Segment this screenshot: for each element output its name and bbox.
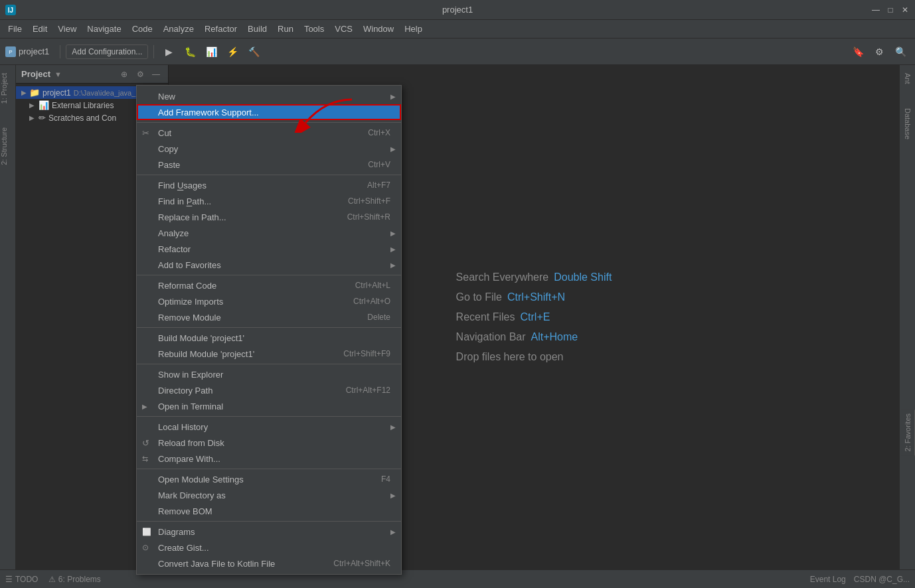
- cm-sep8: [137, 521, 401, 522]
- cm-shortcut-convert-java: Ctrl+Alt+Shift+K: [333, 559, 390, 568]
- cm-sep4: [137, 327, 401, 328]
- cm-item-new[interactable]: New ▶: [137, 88, 401, 104]
- cm-item-add-favorites[interactable]: Add to Favorites ▶: [137, 257, 401, 273]
- cm-item-show-explorer[interactable]: Show in Explorer: [137, 366, 401, 382]
- cm-item-reformat[interactable]: Reformat Code Ctrl+Alt+L: [137, 277, 401, 293]
- cm-item-reload[interactable]: ↺ Reload from Disk: [137, 435, 401, 451]
- cm-label-remove-bom: Remove BOM: [158, 506, 390, 516]
- cm-item-local-history[interactable]: Local History ▶: [137, 419, 401, 435]
- cm-item-find-in-path[interactable]: Find in Path... Ctrl+Shift+F: [137, 193, 401, 209]
- cm-sep5: [137, 364, 401, 364]
- cm-shortcut-find-in-path: Ctrl+Shift+F: [348, 196, 390, 206]
- cm-label-mark-directory: Mark Directory as: [158, 490, 390, 500]
- compare-icon: ⇆: [142, 455, 148, 463]
- cm-sep2: [137, 175, 401, 175]
- cm-label-local-history: Local History: [158, 422, 390, 432]
- cm-arrow-new: ▶: [390, 93, 396, 100]
- context-menu-overlay: New ▶ Add Framework Support... ✂ Cut Ctr…: [0, 0, 915, 588]
- cm-shortcut-cut: Ctrl+X: [368, 128, 390, 137]
- cm-sep1: [137, 122, 401, 123]
- cm-item-directory-path[interactable]: Directory Path Ctrl+Alt+F12: [137, 382, 401, 398]
- cm-label-add-favorites: Add to Favorites: [158, 260, 390, 270]
- cm-shortcut-paste: Ctrl+V: [368, 160, 390, 169]
- cm-shortcut-directory-path: Ctrl+Alt+F12: [346, 386, 390, 395]
- cm-item-replace-in-path[interactable]: Replace in Path... Ctrl+Shift+R: [137, 209, 401, 225]
- diagrams-icon: ⬜: [142, 528, 151, 536]
- cm-item-rebuild-module[interactable]: Rebuild Module 'project1' Ctrl+Shift+F9: [137, 346, 401, 362]
- cm-item-remove-module[interactable]: Remove Module Delete: [137, 309, 401, 325]
- cm-item-open-terminal[interactable]: ▶ Open in Terminal: [137, 398, 401, 414]
- cm-item-add-framework[interactable]: Add Framework Support...: [137, 104, 401, 120]
- cm-label-analyze: Analyze: [158, 228, 390, 238]
- cm-item-analyze[interactable]: Analyze ▶: [137, 225, 401, 241]
- cm-arrow-analyze: ▶: [390, 230, 396, 237]
- cm-label-copy: Copy: [158, 144, 390, 154]
- cm-sep6: [137, 416, 401, 417]
- cm-arrow-copy: ▶: [390, 145, 396, 153]
- cm-label-module-settings: Open Module Settings: [158, 475, 371, 484]
- cm-label-show-explorer: Show in Explorer: [158, 370, 390, 380]
- cm-shortcut-rebuild-module: Ctrl+Shift+F9: [343, 349, 390, 358]
- cm-item-remove-bom[interactable]: Remove BOM: [137, 503, 401, 519]
- cm-label-replace-in-path: Replace in Path...: [158, 212, 337, 222]
- terminal-icon: ▶: [142, 403, 147, 410]
- cm-item-optimize-imports[interactable]: Optimize Imports Ctrl+Alt+O: [137, 293, 401, 309]
- context-menu: New ▶ Add Framework Support... ✂ Cut Ctr…: [136, 85, 402, 575]
- cm-arrow-add-favorites: ▶: [390, 261, 396, 269]
- cm-label-optimize-imports: Optimize Imports: [158, 297, 343, 307]
- cm-item-diagrams[interactable]: ⬜ Diagrams ▶: [137, 524, 401, 540]
- cm-label-cut: Cut: [158, 128, 357, 138]
- cm-item-paste[interactable]: Paste Ctrl+V: [137, 157, 401, 173]
- cm-label-new: New: [158, 92, 390, 102]
- cm-label-create-gist: Create Gist...: [158, 543, 390, 553]
- cm-item-compare[interactable]: ⇆ Compare With...: [137, 451, 401, 467]
- cm-label-find-in-path: Find in Path...: [158, 196, 337, 206]
- cm-label-rebuild-module: Rebuild Module 'project1': [158, 349, 333, 359]
- cm-label-diagrams: Diagrams: [158, 527, 390, 537]
- cm-arrow-refactor: ▶: [390, 246, 396, 253]
- cm-arrow-local-history: ▶: [390, 423, 396, 431]
- cut-icon: ✂: [142, 128, 149, 138]
- cm-sep7: [137, 469, 401, 469]
- cm-label-reformat: Reformat Code: [158, 281, 345, 291]
- cm-shortcut-optimize-imports: Ctrl+Alt+O: [353, 297, 390, 306]
- gist-icon: ⊙: [142, 543, 149, 552]
- cm-label-open-terminal: Open in Terminal: [158, 402, 390, 411]
- cm-label-convert-java: Convert Java File to Kotlin File: [158, 559, 323, 569]
- cm-label-find-usages: Find Usages: [158, 181, 357, 190]
- cm-shortcut-replace-in-path: Ctrl+Shift+R: [347, 212, 390, 222]
- cm-label-remove-module: Remove Module: [158, 313, 357, 323]
- cm-shortcut-reformat: Ctrl+Alt+L: [355, 281, 390, 290]
- cm-shortcut-module-settings: F4: [381, 475, 390, 484]
- cm-label-add-framework: Add Framework Support...: [158, 108, 390, 117]
- cm-label-build-module: Build Module 'project1': [158, 333, 390, 343]
- cm-label-directory-path: Directory Path: [158, 386, 335, 396]
- cm-item-create-gist[interactable]: ⊙ Create Gist...: [137, 540, 401, 555]
- cm-label-refactor: Refactor: [158, 244, 390, 254]
- cm-arrow-diagrams: ▶: [390, 528, 396, 536]
- cm-item-module-settings[interactable]: Open Module Settings F4: [137, 471, 401, 487]
- cm-label-paste: Paste: [158, 160, 357, 170]
- reload-icon: ↺: [142, 438, 149, 448]
- cm-label-reload: Reload from Disk: [158, 438, 390, 448]
- cm-item-cut[interactable]: ✂ Cut Ctrl+X: [137, 125, 401, 141]
- cm-item-refactor[interactable]: Refactor ▶: [137, 241, 401, 257]
- cm-item-mark-directory[interactable]: Mark Directory as ▶: [137, 487, 401, 503]
- cm-shortcut-remove-module: Delete: [367, 313, 390, 322]
- cm-arrow-mark-directory: ▶: [390, 492, 396, 499]
- cm-shortcut-find-usages: Alt+F7: [367, 181, 390, 190]
- cm-item-find-usages[interactable]: Find Usages Alt+F7: [137, 177, 401, 193]
- cm-item-convert-java[interactable]: Convert Java File to Kotlin File Ctrl+Al…: [137, 555, 401, 571]
- cm-item-build-module[interactable]: Build Module 'project1': [137, 330, 401, 346]
- cm-item-copy[interactable]: Copy ▶: [137, 141, 401, 157]
- cm-sep3: [137, 275, 401, 275]
- cm-label-compare: Compare With...: [158, 454, 390, 464]
